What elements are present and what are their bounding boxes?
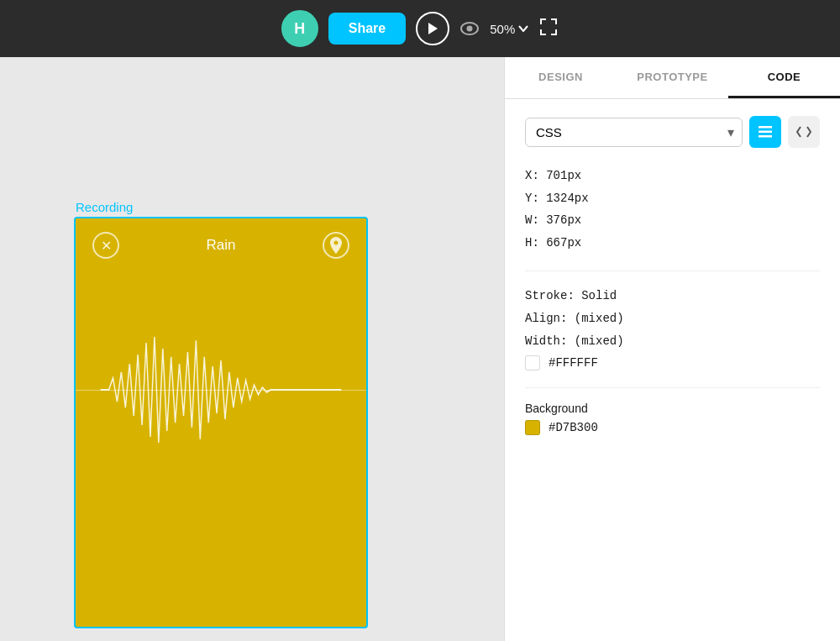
right-panel: DESIGN PROTOTYPE CODE CSS Swift Android …	[504, 57, 840, 641]
main-area: Recording ✕ Rain D	[0, 57, 840, 641]
divider-2	[525, 387, 820, 388]
fit-to-screen-button[interactable]	[538, 17, 559, 41]
stroke-color-label: #FFFFFF	[549, 356, 598, 370]
close-icon-btn[interactable]: ✕	[92, 232, 119, 259]
avatar[interactable]: H	[281, 10, 318, 47]
list-icon	[759, 126, 772, 138]
code-brackets-icon	[796, 126, 811, 138]
phone-frame: ✕ Rain	[74, 217, 368, 628]
stroke-color-swatch[interactable]	[525, 355, 540, 370]
play-icon	[427, 22, 438, 35]
location-icon-btn[interactable]	[323, 232, 349, 259]
recording-label: Recording	[76, 200, 133, 214]
tabs: DESIGN PROTOTYPE CODE	[505, 57, 840, 99]
zoom-label: 50%	[490, 22, 515, 36]
y-property: Y: 1324px	[525, 187, 820, 210]
phone-title: Rain	[207, 237, 236, 254]
language-dropdown[interactable]: CSS Swift Android	[525, 118, 743, 147]
play-button[interactable]	[416, 12, 449, 45]
canvas[interactable]: Recording ✕ Rain	[0, 57, 504, 641]
width-property: Width: (mixed)	[525, 330, 820, 353]
waveform-area	[76, 272, 366, 507]
chevron-down-icon	[518, 25, 528, 32]
phone-header: ✕ Rain	[76, 218, 366, 272]
h-property: H: 667px	[525, 232, 820, 255]
svg-rect-3	[759, 126, 772, 129]
background-title: Background	[525, 402, 820, 415]
eye-icon	[459, 22, 480, 35]
svg-point-2	[467, 26, 473, 32]
tab-code[interactable]: CODE	[728, 57, 840, 98]
stroke-color-row: #FFFFFF	[525, 355, 820, 370]
toolbar-row: CSS Swift Android ▾	[525, 116, 820, 148]
share-button[interactable]: Share	[328, 13, 406, 45]
divider-1	[525, 271, 820, 271]
stroke-section: Stroke: Solid Align: (mixed) Width: (mix…	[525, 285, 820, 370]
background-section: Background #D7B300	[525, 402, 820, 435]
background-color-row: #D7B300	[525, 420, 820, 435]
w-property: W: 376px	[525, 209, 820, 232]
waveform-center-line	[76, 390, 366, 391]
background-color-swatch[interactable]	[525, 420, 540, 435]
background-color-label: #D7B300	[549, 421, 598, 434]
svg-marker-0	[428, 23, 438, 34]
fit-icon	[538, 17, 559, 37]
language-dropdown-wrapper: CSS Swift Android ▾	[525, 118, 743, 147]
tab-prototype[interactable]: PROTOTYPE	[617, 57, 728, 98]
stroke-property: Stroke: Solid	[525, 285, 820, 307]
topbar: H Share 50%	[0, 0, 840, 57]
zoom-control[interactable]: 50%	[490, 22, 528, 36]
svg-rect-5	[759, 135, 772, 138]
x-property: X: 701px	[525, 165, 820, 187]
tab-design[interactable]: DESIGN	[505, 57, 617, 98]
list-view-button[interactable]	[749, 116, 781, 148]
panel-content: CSS Swift Android ▾	[505, 99, 840, 641]
svg-rect-4	[759, 131, 772, 134]
location-icon	[329, 237, 343, 254]
code-view-button[interactable]	[788, 116, 820, 148]
align-property: Align: (mixed)	[525, 307, 820, 330]
position-size-section: X: 701px Y: 1324px W: 376px H: 667px	[525, 165, 820, 254]
preview-button[interactable]	[459, 22, 480, 35]
